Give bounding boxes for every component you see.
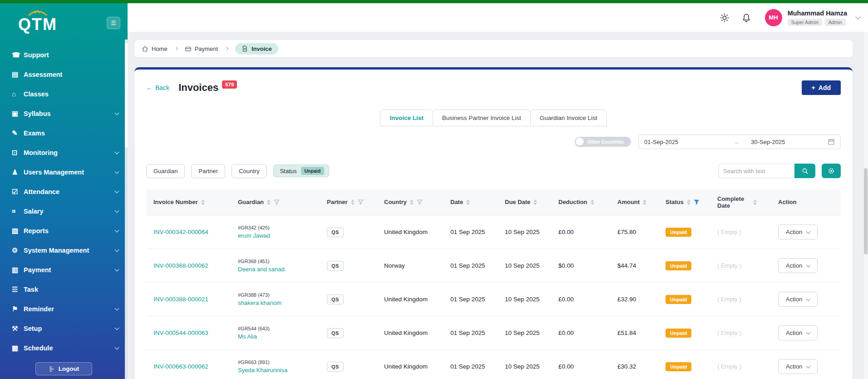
complete-date-cell: ( Empty ) <box>710 292 771 306</box>
column-header-date[interactable]: Date <box>443 194 498 210</box>
column-header-due-date[interactable]: Due Date <box>498 194 551 210</box>
filter-chip-partner[interactable]: Partner <box>191 164 225 178</box>
sidebar-item-reports[interactable]: ▧ Reports <box>0 221 128 240</box>
back-link[interactable]: ← Back <box>146 84 169 91</box>
column-header-amount[interactable]: Amount <box>610 194 658 210</box>
date-range-picker[interactable]: 01-Sep-2025 → 30-Sep-2025 <box>638 135 841 149</box>
guardian-id: #GR388 (473) <box>238 292 317 298</box>
sort-icon <box>201 199 205 205</box>
sidebar-item-assessment[interactable]: ▤ Assessment <box>0 65 128 84</box>
user-menu-chevron-icon[interactable] <box>855 14 860 19</box>
sidebar-item-setup[interactable]: ⚒ Setup <box>0 319 128 338</box>
invoice-number-link[interactable]: INV-000368-000062 <box>153 262 208 269</box>
search-button[interactable] <box>794 164 815 178</box>
due-date-cell: 10 Sep 2025 <box>498 292 551 306</box>
logout-icon <box>49 366 55 372</box>
sidebar-item-system-management[interactable]: ⚙ System Management <box>0 240 128 260</box>
filter-chip-country[interactable]: Country <box>232 164 267 178</box>
sidebar-item-monitoring[interactable]: ⊡ Monitoring <box>0 143 128 162</box>
invoice-number-link[interactable]: INV-000663-000062 <box>153 363 208 370</box>
status-filter-value-badge: Unpaid <box>301 167 325 175</box>
theme-brightness-icon[interactable] <box>720 13 730 23</box>
column-header-partner[interactable]: Partner <box>320 194 377 210</box>
action-button[interactable]: Action <box>778 224 818 239</box>
classes-icon: ⌂ <box>12 90 24 98</box>
chevron-down-icon <box>115 325 119 330</box>
breadcrumb-current-invoice[interactable]: Invoice <box>235 43 278 55</box>
filter-funnel-icon[interactable] <box>417 199 423 205</box>
column-header-complete-date[interactable]: Complete Date <box>710 191 771 214</box>
table-header-row: Invoice Number Guardian Partner Country <box>146 189 841 215</box>
guardian-name-link[interactable]: shakera khanom <box>238 299 281 306</box>
filter-funnel-icon-active[interactable] <box>694 199 700 205</box>
invoice-count-badge: 579 <box>222 80 237 89</box>
tab-guardian-invoice-list[interactable]: Guardian Invoice List <box>530 110 607 126</box>
filter-funnel-icon[interactable] <box>274 199 280 205</box>
amount-cell: $44.74 <box>610 259 658 273</box>
sidebar-item-classes[interactable]: ⌂ Classes <box>0 84 128 104</box>
sort-icon <box>643 199 646 205</box>
chevron-down-icon <box>115 267 119 271</box>
action-button[interactable]: Action <box>778 325 818 340</box>
guardian-name-link[interactable]: erum Jawad <box>238 232 270 239</box>
partner-badge: QS <box>327 227 344 237</box>
sidebar-item-task[interactable]: ☰ Task <box>0 279 128 299</box>
guardian-id: #GR342 (425) <box>238 225 317 230</box>
guardian-name-link[interactable]: Syeda Khairunnisa <box>238 367 287 374</box>
guardian-name-link[interactable]: Deena and sanad. <box>238 266 286 273</box>
sidebar-item-salary[interactable]: ¤ Salary <box>0 201 128 221</box>
action-button[interactable]: Action <box>778 292 818 307</box>
page-scrollbar[interactable] <box>863 32 868 379</box>
logout-button[interactable]: Logout <box>35 362 93 375</box>
column-header-country[interactable]: Country <box>377 194 443 210</box>
sidebar-item-users-management[interactable]: ♟ Users Management <box>0 162 128 182</box>
chevron-down-icon <box>115 169 119 174</box>
invoice-number-link[interactable]: INV-000342-000064 <box>153 229 208 235</box>
column-header-status[interactable]: Status <box>658 194 710 210</box>
status-badge: Unpaid <box>666 261 691 270</box>
task-icon: ☰ <box>12 285 24 294</box>
sidebar-item-syllabus[interactable]: ▣ Syllabus <box>0 104 128 123</box>
country-cell: United Kingdom <box>377 292 443 306</box>
schedule-icon: ▦ <box>12 344 24 352</box>
country-cell: Norway <box>377 259 443 273</box>
date-cell: 01 Sep 2025 <box>443 292 498 306</box>
column-header-invoice-number[interactable]: Invoice Number <box>146 194 231 210</box>
setup-icon: ⚒ <box>12 324 24 333</box>
chevron-down-icon <box>115 228 119 232</box>
filter-chip-status[interactable]: Status Unpaid <box>273 165 329 177</box>
invoice-number-link[interactable]: INV-000544-000063 <box>153 329 208 336</box>
sidebar-item-payment[interactable]: ▥ Payment <box>0 260 128 279</box>
guardian-name-link[interactable]: Ms Alia <box>238 333 257 340</box>
sidebar-item-exams[interactable]: ✎ Exams <box>0 123 128 143</box>
sidebar-item-schedule[interactable]: ▦ Schedule <box>0 338 128 358</box>
sidebar-item-support[interactable]: ☎ Support <box>0 45 128 65</box>
add-invoice-button[interactable]: + Add <box>802 80 841 95</box>
page-scrollbar-thumb[interactable] <box>864 168 868 254</box>
filter-funnel-icon[interactable] <box>358 199 364 205</box>
plus-icon: + <box>812 84 815 91</box>
notifications-bell-icon[interactable] <box>741 13 751 23</box>
partner-badge: QS <box>327 362 344 372</box>
table-settings-button[interactable] <box>822 164 841 178</box>
search-input[interactable] <box>718 164 794 178</box>
sidebar-collapse-button[interactable]: ☰ <box>107 17 120 29</box>
complete-date-cell: ( Empty ) <box>710 359 771 374</box>
action-button[interactable]: Action <box>778 359 818 374</box>
column-header-deduction[interactable]: Deduction <box>551 194 610 210</box>
tab-invoice-list[interactable]: Invoice List <box>380 110 433 126</box>
filter-chip-guardian[interactable]: Guardian <box>146 164 185 178</box>
action-button[interactable]: Action <box>778 258 818 273</box>
tab-business-partner-invoice-list[interactable]: Business Partner Invoice List <box>433 110 531 126</box>
other-countries-toggle[interactable]: Other Countries <box>575 137 631 147</box>
column-header-guardian[interactable]: Guardian <box>231 194 320 210</box>
sort-icon <box>410 199 414 205</box>
app-logo[interactable]: QTM <box>18 10 57 33</box>
invoice-number-link[interactable]: INV-000388-000021 <box>153 296 208 303</box>
sidebar-item-attendance[interactable]: ☑ Attendance <box>0 182 128 201</box>
breadcrumb-payment-link[interactable]: Payment <box>185 45 218 52</box>
logo-text: QTM <box>18 16 57 33</box>
sidebar-item-reminder[interactable]: ⚑ Reminder <box>0 299 128 319</box>
breadcrumb-home-link[interactable]: Home <box>142 45 168 52</box>
avatar[interactable]: MH <box>765 9 782 26</box>
